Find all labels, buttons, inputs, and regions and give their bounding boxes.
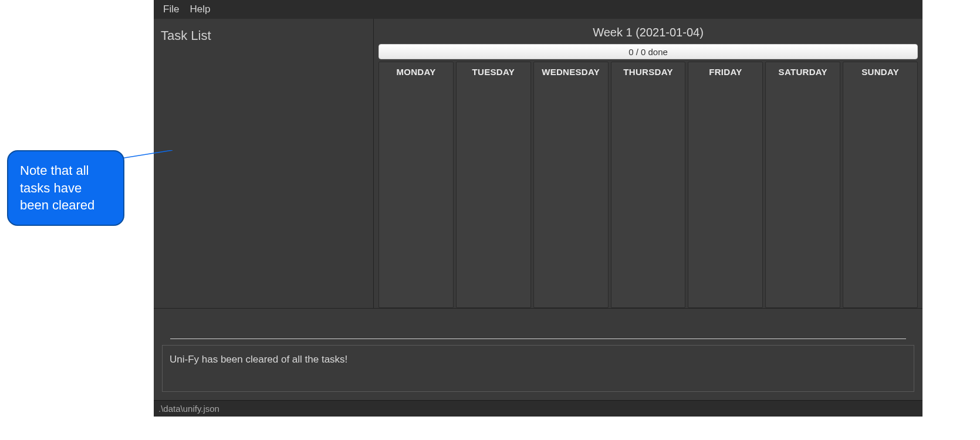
app-window: File Help Task List Week 1 (2021-01-04) … [154,0,922,417]
day-col-saturday[interactable]: SATURDAY [765,62,840,308]
day-header: FRIDAY [688,62,762,82]
day-col-monday[interactable]: MONDAY [379,62,454,308]
message-box: Uni-Fy has been cleared of all the tasks… [162,345,914,392]
day-body[interactable] [457,82,530,307]
message-area: Uni-Fy has been cleared of all the tasks… [154,333,922,400]
day-body[interactable] [611,82,685,307]
day-body[interactable] [379,82,453,307]
progress-bar: 0 / 0 done [379,44,918,59]
status-path: .\data\unify.json [158,404,219,414]
day-header: MONDAY [379,62,453,82]
day-col-wednesday[interactable]: WEDNESDAY [533,62,609,308]
day-header: TUESDAY [457,62,530,82]
bottom-spacer [154,308,922,333]
day-col-thursday[interactable]: THURSDAY [611,62,686,308]
day-header: SUNDAY [843,62,917,82]
day-body[interactable] [688,82,762,307]
day-header: WEDNESDAY [534,62,608,82]
day-header: THURSDAY [611,62,685,82]
week-header: Week 1 (2021-01-04) [379,23,918,44]
menu-file[interactable]: File [163,4,179,15]
menu-help[interactable]: Help [190,4,210,15]
message-text: Uni-Fy has been cleared of all the tasks… [170,354,347,365]
week-area: Week 1 (2021-01-04) 0 / 0 done MONDAY TU… [374,19,922,308]
day-body[interactable] [534,82,608,307]
callout-text: Note that all tasks have been cleared [20,163,94,212]
day-body[interactable] [843,82,917,307]
main-content: Task List Week 1 (2021-01-04) 0 / 0 done… [154,19,922,308]
day-header: SATURDAY [766,62,840,82]
task-list-sidebar: Task List [154,19,374,308]
day-col-sunday[interactable]: SUNDAY [843,62,918,308]
task-list-title: Task List [161,28,366,43]
menubar: File Help [154,0,922,19]
days-row: MONDAY TUESDAY WEDNESDAY THURSDAY FRIDAY [379,62,918,308]
annotation-callout: Note that all tasks have been cleared [7,150,124,226]
status-bar: .\data\unify.json [154,400,922,417]
day-col-friday[interactable]: FRIDAY [688,62,763,308]
day-body[interactable] [766,82,840,307]
day-col-tuesday[interactable]: TUESDAY [456,62,531,308]
progress-text: 0 / 0 done [628,47,668,57]
